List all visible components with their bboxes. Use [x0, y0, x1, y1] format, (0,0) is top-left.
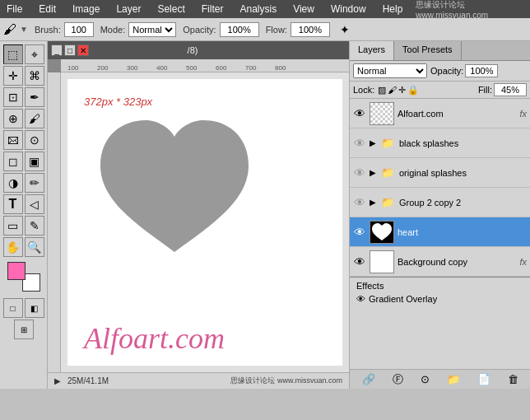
add-style-icon[interactable]: Ⓕ	[393, 372, 403, 387]
layer-fx-bg-copy: fx	[519, 257, 527, 267]
quickmask-mode[interactable]: ◧	[25, 298, 44, 318]
healing-tool[interactable]: ⊕	[3, 109, 23, 128]
expand-black-splashes[interactable]: ▶	[370, 138, 378, 147]
layers-panel: Layers Tool Presets Normal Opacity: Lock…	[349, 41, 530, 389]
flow-label: Flow:	[266, 25, 287, 35]
layer-vis-heart[interactable]: 👁	[353, 226, 366, 239]
lock-position-icon[interactable]: ✛	[398, 85, 406, 96]
layer-name-black-splashes: black splashes	[399, 138, 527, 148]
dodge-tool[interactable]: ◑	[3, 173, 23, 193]
gradient-tool[interactable]: ▣	[25, 152, 44, 171]
notes-tool[interactable]: ✎	[25, 216, 44, 236]
eyedropper-tool[interactable]: ✒	[25, 87, 44, 107]
menu-filter[interactable]: Filter	[198, 2, 227, 16]
menu-view[interactable]: View	[290, 2, 318, 16]
blend-mode-select[interactable]: Normal	[353, 63, 427, 78]
pen-tool[interactable]: ✏	[25, 173, 44, 193]
mode-section: Mode: Normal	[100, 22, 177, 37]
ruler-tick-800: 800	[275, 64, 305, 72]
lock-image-icon[interactable]: 🖌	[388, 85, 397, 96]
layer-item-original-splashes[interactable]: 👁 ▶ 📁 original splashes	[350, 158, 530, 188]
effect-gradient-overlay[interactable]: 👁 Gradient Overlay	[353, 292, 527, 306]
eye-icon-effect[interactable]: 👁	[356, 294, 365, 304]
canvas-content[interactable]: 372px * 323px Alfoart.com	[61, 72, 349, 372]
layer-fx-alfoart: fx	[519, 109, 527, 119]
layer-name-heart: heart	[398, 227, 527, 237]
history-tool[interactable]: ⊙	[25, 130, 44, 150]
layer-vis-black-splashes[interactable]: 👁	[353, 137, 366, 150]
layer-thumb-bg-copy	[370, 250, 394, 273]
toolbar: 🖌 ▼ Brush: Mode: Normal Opacity: Flow: ✦	[0, 18, 530, 41]
layer-thumb-heart	[370, 221, 394, 244]
menu-file[interactable]: File	[3, 2, 26, 16]
crop-tool[interactable]: ⊡	[3, 87, 23, 107]
brush-tool[interactable]: 🖌	[25, 109, 44, 128]
opacity-value-input[interactable]	[465, 64, 498, 77]
dimension-label: 372px * 323px	[84, 96, 152, 108]
fill-value-input[interactable]	[494, 83, 527, 96]
screen-mode[interactable]: ⊞	[14, 320, 34, 339]
opacity-input[interactable]	[220, 22, 259, 37]
tool-row-3: ⊡ ✒	[3, 87, 44, 107]
menu-help[interactable]: Help	[379, 2, 407, 16]
maximize-button[interactable]: □	[64, 44, 76, 56]
flow-input[interactable]	[291, 22, 330, 37]
new-group-icon[interactable]: 📁	[447, 373, 460, 385]
menu-analysis[interactable]: Analysis	[236, 2, 280, 16]
eraser-tool[interactable]: ◻	[3, 152, 23, 171]
minimize-button[interactable]: _	[51, 44, 63, 56]
layer-item-heart[interactable]: 👁 heart	[350, 217, 530, 247]
foreground-color-swatch[interactable]	[7, 262, 26, 280]
standard-mode[interactable]: □	[3, 298, 23, 318]
clone-tool[interactable]: 🖂	[3, 130, 23, 150]
expand-group2copy2[interactable]: ▶	[370, 198, 378, 207]
layer-vis-original-splashes[interactable]: 👁	[353, 166, 366, 180]
layer-name-bg-copy: Background copy	[398, 257, 516, 267]
canvas-with-ruler: 372px * 323px Alfoart.com	[48, 72, 349, 372]
layer-vis-bg-copy[interactable]: 👁	[353, 255, 366, 268]
menu-image[interactable]: Image	[69, 2, 103, 16]
lasso-tool[interactable]: ⌖	[25, 44, 44, 64]
move-tool[interactable]: ✛	[3, 66, 23, 86]
path-tool[interactable]: ◁	[25, 194, 44, 214]
menu-select[interactable]: Select	[154, 2, 188, 16]
ruler-left	[48, 72, 61, 372]
panel-tabs: Layers Tool Presets	[350, 41, 530, 61]
marquee-tool[interactable]: ⬚	[3, 44, 23, 64]
zoom-tool[interactable]: 🔍	[25, 237, 44, 257]
tab-tool-presets[interactable]: Tool Presets	[394, 41, 462, 60]
mode-select[interactable]: Normal	[128, 22, 176, 37]
add-mask-icon[interactable]: ⊙	[421, 373, 430, 385]
new-layer-icon[interactable]: 📄	[477, 373, 490, 385]
expand-original-splashes[interactable]: ▶	[370, 168, 378, 177]
canvas-area: _ □ ✕ /8) 100 200 300 400 500 600 700 80…	[48, 41, 349, 389]
menu-window[interactable]: Window	[328, 2, 370, 16]
lock-all-icon[interactable]: 🔒	[407, 85, 419, 96]
menu-edit[interactable]: Edit	[35, 2, 59, 16]
lock-icons: ▨ 🖌 ✛ 🔒	[378, 85, 419, 96]
layer-name-alfoart: Alfoart.com	[398, 109, 516, 119]
opacity-label: Opacity:	[430, 66, 463, 76]
layer-item-bg-copy[interactable]: 👁 Background copy fx	[350, 247, 530, 277]
link-layers-icon[interactable]: 🔗	[362, 373, 375, 385]
color-swatches[interactable]	[7, 262, 40, 292]
text-tool[interactable]: T	[3, 194, 23, 214]
layer-item-group2copy2[interactable]: 👁 ▶ 📁 Group 2 copy 2	[350, 188, 530, 217]
tool-row-5: 🖂 ⊙	[3, 130, 44, 150]
heart-svg	[92, 112, 257, 268]
tool-row-4: ⊕ 🖌	[3, 109, 44, 128]
layer-item-alfoart[interactable]: 👁 Alfoart.com fx	[350, 99, 530, 128]
close-button[interactable]: ✕	[77, 44, 89, 56]
delete-layer-icon[interactable]: 🗑	[508, 373, 518, 385]
lock-transparent-icon[interactable]: ▨	[378, 85, 386, 96]
hand-tool[interactable]: ✋	[3, 237, 23, 257]
tab-layers[interactable]: Layers	[350, 41, 394, 60]
shape-tool[interactable]: ▭	[3, 216, 23, 236]
brush-size-input[interactable]	[64, 22, 94, 37]
effects-label: Effects	[353, 279, 527, 292]
layer-vis-group2copy2[interactable]: 👁	[353, 196, 366, 209]
layer-item-black-splashes[interactable]: 👁 ▶ 📁 black splashes	[350, 128, 530, 158]
menu-layer[interactable]: Layer	[113, 2, 144, 16]
layer-vis-alfoart[interactable]: 👁	[353, 107, 366, 120]
magic-wand-tool[interactable]: ⌘	[25, 66, 44, 86]
